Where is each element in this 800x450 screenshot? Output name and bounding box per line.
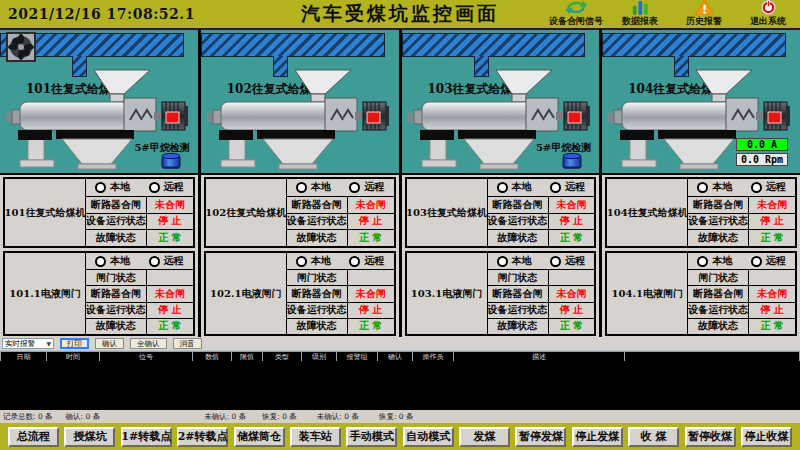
auto-mode-button[interactable]: 自动模式 (403, 427, 454, 447)
gate-row-label: 闸门状态 (687, 269, 748, 285)
methane-sensor-icon (561, 152, 583, 170)
local-mode-option[interactable]: 本地 (497, 180, 532, 194)
remote-mode-option[interactable]: 远程 (349, 254, 384, 268)
stop-receive-button[interactable]: 停止收煤 (741, 427, 792, 447)
local-radio[interactable] (497, 256, 508, 267)
local-radio[interactable] (95, 182, 106, 193)
remote-mode-option[interactable]: 远程 (149, 180, 184, 194)
remote-radio[interactable] (751, 182, 762, 193)
remote-mode-option[interactable]: 远程 (751, 180, 786, 194)
nav-overview-button[interactable]: 总流程 (8, 427, 59, 447)
local-mode-option[interactable]: 本地 (697, 254, 732, 268)
fault-row-label: 故障状态 (85, 318, 146, 334)
col-filler (625, 352, 799, 361)
col-date: 日期 (1, 352, 46, 361)
local-radio[interactable] (296, 182, 307, 193)
local-radio[interactable] (497, 182, 508, 193)
remote-mode-option[interactable]: 远程 (149, 254, 184, 268)
local-radio[interactable] (697, 182, 708, 193)
run-status: 停 止 (748, 302, 795, 318)
hatched-beam (602, 33, 786, 57)
local-radio[interactable] (697, 256, 708, 267)
run-row-label: 设备运行状态 (286, 213, 347, 230)
run-row-label: 设备运行状态 (85, 213, 146, 230)
local-mode-option[interactable]: 本地 (95, 180, 130, 194)
fault-status: 正 常 (146, 229, 193, 246)
run-row-label: 设备运行状态 (286, 302, 347, 318)
remote-radio[interactable] (751, 256, 762, 267)
history-alarm-button[interactable]: 历史报警 (672, 0, 736, 28)
nav-loading-station-button[interactable]: 装车站 (290, 427, 341, 447)
control-mode-row: 本地 远程 (487, 179, 595, 196)
feeder-status-table: 104往复式给煤机 本地 远程 断路器合闸 未合闸 设备运行状态 停 止 故障状… (605, 177, 797, 248)
nav-coal-silo-button[interactable]: 储煤筒仓 (234, 427, 285, 447)
send-coal-button[interactable]: 发煤 (459, 427, 510, 447)
remote-label: 远程 (565, 180, 585, 194)
header-button-label: 设备合闸信号 (549, 15, 603, 28)
breaker-row-label: 断路器合闸 (286, 196, 347, 213)
mute-button[interactable]: 消音 (173, 338, 202, 349)
bottom-nav-bar: 总流程 授煤坑 1#转载点 2#转载点 储煤筒仓 装车站 手动模式 自动模式 发… (0, 423, 800, 450)
feeder-machine-graphic (205, 68, 389, 172)
data-report-button[interactable]: 数据报表 (608, 0, 672, 28)
fault-row-label: 故障状态 (286, 318, 347, 334)
fault-status: 正 常 (548, 318, 595, 334)
col-operator: 操作员 (413, 352, 453, 361)
fan-icon (6, 32, 36, 62)
gate-status (548, 269, 595, 285)
alarm-mode-select[interactable]: 实时报警 ▼ (2, 338, 54, 349)
col-tag: 位号 (100, 352, 192, 361)
local-mode-option[interactable]: 本地 (497, 254, 532, 268)
ack-all-button[interactable]: 全确认 (130, 338, 167, 349)
local-mode-option[interactable]: 本地 (296, 254, 331, 268)
status-area: 101往复式给煤机 本地 远程 断路器合闸 未合闸 设备运行状态 停 止 故障状… (0, 173, 800, 337)
datetime: 2021/12/16 17:08:52.1 (8, 6, 195, 22)
mimic-panel-102: 102往复式给煤机 (198, 30, 399, 173)
pause-receive-button[interactable]: 暂停收煤 (685, 427, 736, 447)
remote-radio[interactable] (149, 182, 160, 193)
device-close-signal-button[interactable]: 设备合闸信号 (544, 0, 608, 28)
remote-mode-option[interactable]: 远程 (751, 254, 786, 268)
valve-status-table: 102.1电液闸门 本地 远程 闸门状态 断路器合闸 未合闸 设备运行状态 停 … (204, 251, 396, 336)
remote-mode-option[interactable]: 远程 (550, 180, 585, 194)
exit-system-button[interactable]: 退出系统 (736, 0, 800, 28)
alarm-warning-icon (695, 0, 714, 15)
remote-mode-option[interactable]: 远程 (550, 254, 585, 268)
valve-status-table: 104.1电液闸门 本地 远程 闸门状态 断路器合闸 未合闸 设备运行状态 停 … (605, 251, 797, 336)
local-label: 本地 (311, 254, 331, 268)
col-ack: 确认 (378, 352, 412, 361)
local-mode-option[interactable]: 本地 (697, 180, 732, 194)
nav-transfer-point-2-button[interactable]: 2#转载点 (177, 427, 228, 447)
hatched-beam (201, 33, 385, 57)
local-radio[interactable] (95, 256, 106, 267)
local-mode-option[interactable]: 本地 (95, 254, 130, 268)
local-mode-option[interactable]: 本地 (296, 180, 331, 194)
stop-send-button[interactable]: 停止发煤 (572, 427, 623, 447)
manual-mode-button[interactable]: 手动模式 (346, 427, 397, 447)
status-panel-102: 102往复式给煤机 本地 远程 断路器合闸 未合闸 设备运行状态 停 止 故障状… (198, 175, 399, 337)
remote-mode-option[interactable]: 远程 (349, 180, 384, 194)
print-button[interactable]: 打印 (60, 338, 89, 349)
local-radio[interactable] (296, 256, 307, 267)
run-status: 停 止 (347, 213, 394, 230)
remote-radio[interactable] (550, 182, 561, 193)
pause-send-button[interactable]: 暂停发煤 (515, 427, 566, 447)
feeder-status-table: 102往复式给煤机 本地 远程 断路器合闸 未合闸 设备运行状态 停 止 故障状… (204, 177, 396, 248)
status-panel-101: 101往复式给煤机 本地 远程 断路器合闸 未合闸 设备运行状态 停 止 故障状… (0, 175, 198, 337)
fault-status: 正 常 (748, 229, 795, 246)
ack-button[interactable]: 确认 (95, 338, 124, 349)
nav-transfer-point-1-button[interactable]: 1#转载点 (121, 427, 172, 447)
nav-coal-pit-button[interactable]: 授煤坑 (64, 427, 115, 447)
ack-count: 确认: 0 条 (66, 412, 101, 422)
fault-row-label: 故障状态 (487, 318, 548, 334)
mimic-panel-101: 101往复式给煤机 5#甲烷检测 (0, 30, 198, 173)
remote-radio[interactable] (149, 256, 160, 267)
device-name: 102.1电液闸门 (206, 253, 286, 334)
remote-radio[interactable] (349, 182, 360, 193)
valve-status-table: 103.1电液闸门 本地 远程 闸门状态 断路器合闸 未合闸 设备运行状态 停 … (405, 251, 597, 336)
breaker-row-label: 断路器合闸 (687, 196, 748, 213)
remote-radio[interactable] (349, 256, 360, 267)
receive-coal-button[interactable]: 收 煤 (628, 427, 679, 447)
remote-radio[interactable] (550, 256, 561, 267)
gate-row-label: 闸门状态 (487, 269, 548, 285)
